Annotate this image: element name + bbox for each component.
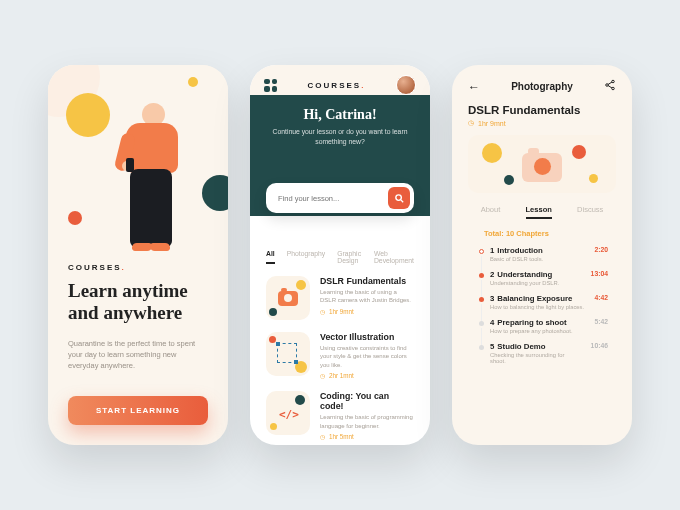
chapter-duration: 13:04 <box>591 270 608 277</box>
tab-discuss[interactable]: Discuss <box>577 205 603 219</box>
course-item[interactable]: </> Coding: You can code! Learning the b… <box>266 391 414 440</box>
hero-illustration <box>48 65 228 255</box>
svg-line-5 <box>608 82 612 85</box>
tab-photography[interactable]: Photography <box>287 250 326 264</box>
search-bar[interactable] <box>266 183 414 213</box>
hero-title: Learn anytime and anywhere <box>68 280 208 324</box>
svg-line-6 <box>608 86 612 89</box>
back-button[interactable]: ← <box>468 80 480 94</box>
course-hero-image <box>468 135 616 193</box>
brand-label: COURSES. <box>68 263 208 272</box>
camera-icon <box>278 291 298 306</box>
tab-web-dev[interactable]: Web Development <box>374 250 414 264</box>
chapter-item[interactable]: 1Introduction Basic of DSLR tools. 2:20 <box>476 246 608 262</box>
search-button[interactable] <box>388 187 410 209</box>
course-desc: Using creative constraints to find your … <box>320 344 414 369</box>
avatar[interactable] <box>396 75 416 95</box>
course-thumb: </> <box>266 391 310 435</box>
chapters-total: Total: 10 Chapters <box>484 229 608 238</box>
start-learning-button[interactable]: START LEARNING <box>68 396 208 425</box>
chapter-duration: 2:20 <box>594 246 608 253</box>
page-title: Photography <box>511 81 573 92</box>
course-time: 2hr 1mnt <box>320 372 414 379</box>
course-title: Vector Illustration <box>320 332 414 342</box>
chapter-duration: 5:42 <box>594 318 608 325</box>
course-item[interactable]: Vector Illustration Using creative const… <box>266 332 414 379</box>
svg-point-0 <box>395 194 401 200</box>
chapter-item[interactable]: 4Preparing to shoot How to prepare any p… <box>476 318 608 334</box>
tab-lesson[interactable]: Lesson <box>526 205 552 219</box>
detail-tabs: About Lesson Discuss <box>468 205 616 219</box>
onboarding-screen: COURSES. Learn anytime and anywhere Quar… <box>48 65 228 445</box>
search-icon <box>394 193 405 204</box>
course-hero-title: DSLR Fundamentals <box>468 104 616 116</box>
tab-graphic-design[interactable]: Graphic Design <box>337 250 362 264</box>
greeting-subtext: Continue your lesson or do you want to l… <box>266 127 414 146</box>
course-desc: Learning the basic of using a DSLR camer… <box>320 288 414 305</box>
course-title: DSLR Fundamentals <box>320 276 414 286</box>
chapter-duration: 10:46 <box>591 342 608 349</box>
course-item[interactable]: DSLR Fundamentals Learning the basic of … <box>266 276 414 320</box>
chapter-duration: 4:42 <box>594 294 608 301</box>
chapter-item[interactable]: 3Balancing Exposure How to balancing the… <box>476 294 608 310</box>
tab-all[interactable]: All <box>266 250 275 264</box>
greeting: Hi, Catrina! <box>266 107 414 123</box>
chapter-item[interactable]: 2Understanding Understanding your DSLR. … <box>476 270 608 286</box>
camera-icon <box>522 153 562 182</box>
tab-about[interactable]: About <box>481 205 501 219</box>
share-button[interactable] <box>604 79 616 94</box>
courses-list-screen: COURSES. Hi, Catrina! Continue your less… <box>250 65 430 445</box>
course-thumb <box>266 332 310 376</box>
course-thumb <box>266 276 310 320</box>
category-tabs: All Photography Graphic Design Web Devel… <box>266 250 414 264</box>
code-icon: </> <box>279 408 299 421</box>
vector-icon <box>277 343 297 363</box>
share-icon <box>604 79 616 91</box>
course-desc: Learning the basic of programming langua… <box>320 413 414 430</box>
course-time: 1hr 9mnt <box>320 308 414 315</box>
course-hero-time: 1hr 9mnt <box>468 119 616 127</box>
search-input[interactable] <box>278 194 388 203</box>
menu-grid-icon[interactable] <box>264 79 277 92</box>
course-title: Coding: You can code! <box>320 391 414 411</box>
svg-line-1 <box>400 199 402 201</box>
course-detail-screen: ← Photography DSLR Fundamentals 1hr 9mnt… <box>452 65 632 445</box>
hero-description: Quarantine is the perfect time to spent … <box>68 338 208 372</box>
course-time: 1hr 5mnt <box>320 433 414 440</box>
chapter-item[interactable]: 5Studio Demo Checking the surrounding fo… <box>476 342 608 364</box>
header-title: COURSES. <box>308 81 366 90</box>
person-illustration <box>120 103 192 248</box>
